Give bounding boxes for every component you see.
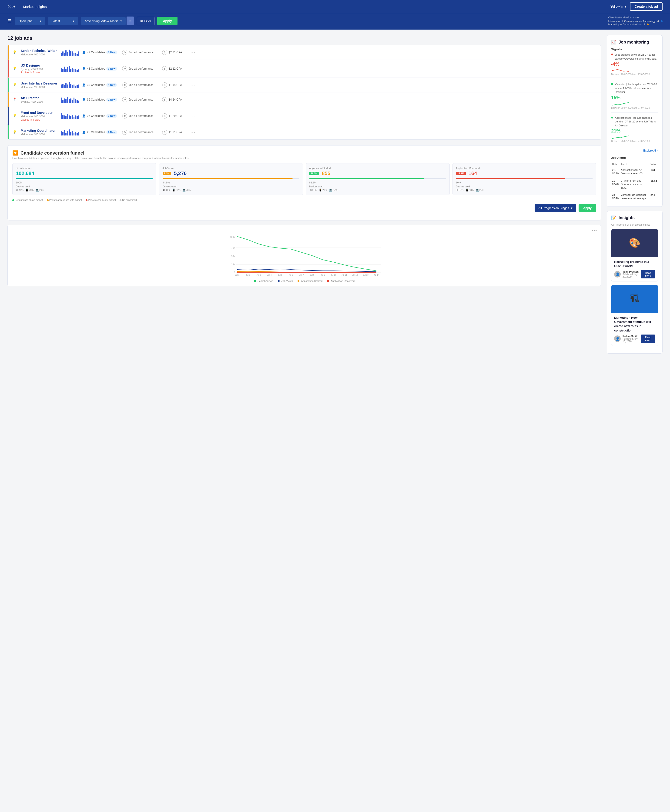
cpa-icon: $ <box>162 82 167 88</box>
job-row[interactable]: 💡Senior Technical Writer Melbourne, VIC … <box>8 45 601 60</box>
device-icon: 🖥 <box>309 189 312 192</box>
classification-dot-0 <box>661 20 663 22</box>
cpa-icon: $ <box>162 130 167 135</box>
job-candidates: 👤 36 Candidates 2 New <box>82 98 119 102</box>
read-more-button[interactable]: Read more <box>641 334 655 343</box>
performance-label: Job ad performance <box>129 83 154 86</box>
devices-label: Devices used <box>309 185 446 188</box>
alerts-label: Job Alerts <box>611 156 658 159</box>
funnel-title: 🔽 Candidate conversion funnel <box>12 150 596 156</box>
job-performance[interactable]: ↻ Job ad performance <box>122 97 159 102</box>
device-stat: 📱 39% <box>172 188 181 192</box>
funnel-percentage: 94.9% <box>162 181 299 184</box>
job-more-menu[interactable]: ··· <box>191 66 195 71</box>
job-more-menu[interactable]: ··· <box>191 114 195 119</box>
bar-segment <box>61 68 62 72</box>
job-performance[interactable]: ↻ Job ad performance <box>122 66 159 71</box>
funnel-progress-bar <box>16 178 153 179</box>
job-candidates: 👤 39 Candidates 1 New <box>82 83 119 87</box>
job-title[interactable]: Art Director <box>21 96 58 100</box>
device-stat: 📱 39% <box>25 188 34 192</box>
job-title[interactable]: Front-end Developer <box>21 111 58 115</box>
job-performance[interactable]: ↻ Job ad performance <box>122 114 159 119</box>
latest-dropdown[interactable]: Latest ▾ <box>48 17 78 25</box>
bar-segment <box>64 53 65 56</box>
explore-all-link[interactable]: Explore All › <box>611 149 658 152</box>
job-type-icon: 💡 <box>13 66 17 71</box>
job-candidates: 👤 43 Candidates 3 New <box>82 67 119 71</box>
candidates-count: 47 Candidates <box>87 51 105 54</box>
job-performance[interactable]: ↻ Job ad performance <box>122 82 159 88</box>
job-row[interactable]: 📍Art Director Sydney, NSW 2000 👤 36 Cand… <box>8 92 601 107</box>
bar-segment <box>75 99 76 103</box>
bar-segment <box>78 85 80 88</box>
read-more-button[interactable]: Read more <box>641 270 655 278</box>
job-info: User Interface Designer Melbourne, VIC 3… <box>21 81 58 88</box>
job-more-menu[interactable]: ··· <box>191 97 195 102</box>
device-icon: 💻 <box>329 188 332 192</box>
job-row[interactable]: 💡UX Designer Sydney, NSW 2000 Expires in… <box>8 60 601 78</box>
signal-type-dot <box>611 83 613 85</box>
job-title[interactable]: Senior Technical Writer <box>21 49 58 53</box>
job-row[interactable]: 💡Front-end Developer Melbourne, VIC 3000… <box>8 107 601 125</box>
job-accent-bar <box>8 78 8 92</box>
bar-segment <box>67 131 68 136</box>
device-stat: 💻 22% <box>329 188 337 192</box>
article-image: 🏗 <box>611 285 658 313</box>
job-location: Melbourne, VIC 3000 <box>21 115 58 118</box>
nav-market-insights[interactable]: Market Insights <box>23 5 47 8</box>
nav-right: Yellowfin ▾ Create a job ad <box>611 2 663 11</box>
job-info: UX Designer Sydney, NSW 2000 Expires in … <box>21 64 58 74</box>
org-name[interactable]: Yellowfin ▾ <box>611 5 626 8</box>
job-type-icon: 💡 <box>13 50 17 54</box>
article-author-row: 👤 Tony Prysten Published July 20, 2020 R… <box>614 270 655 278</box>
alert-date: 21-07-20 <box>612 167 620 177</box>
candidates-count: 43 Candidates <box>87 67 105 70</box>
job-title[interactable]: User Interface Designer <box>21 81 58 85</box>
funnel-percentage: 100% <box>16 181 153 184</box>
job-location: Sydney, NSW 2000 <box>21 100 58 103</box>
bar-segment <box>63 84 64 88</box>
signal-text: Jobs stepped down on 23-07-20 for catego… <box>611 53 658 61</box>
alert-row: 23-07-20 Views for UX designer below mar… <box>612 192 658 202</box>
nav-jobs[interactable]: Jobs <box>7 4 15 9</box>
job-performance[interactable]: ↻ Job ad performance <box>122 130 159 135</box>
funnel-value: 19.1%164 <box>456 170 593 176</box>
chart-more-icon[interactable]: ••• <box>12 229 597 233</box>
job-more-menu[interactable]: ··· <box>191 50 195 55</box>
funnel-badge: 16.2% <box>309 172 319 175</box>
bar-segment <box>61 85 62 88</box>
alerts-col-value: Value <box>650 162 658 166</box>
job-more-menu[interactable]: ··· <box>191 130 195 135</box>
hamburger-icon[interactable]: ☰ <box>7 19 11 24</box>
job-title[interactable]: UX Designer <box>21 64 58 67</box>
legend-label: No benchmark <box>122 199 137 202</box>
article-body: Recruiting creatives in a COVID world 👤 … <box>611 257 658 281</box>
bar-segment <box>78 115 80 119</box>
legend-dot <box>120 199 122 201</box>
open-jobs-dropdown[interactable]: Open jobs ▾ <box>15 17 45 25</box>
new-badge: 3 New <box>106 67 117 71</box>
alert-row: 21-07-20 Applications for Art Director a… <box>612 167 658 177</box>
bar-segment <box>75 132 76 136</box>
job-performance[interactable]: ↻ Job ad performance <box>122 50 159 55</box>
cpa-value: $4.24 CPA <box>169 98 182 101</box>
funnel-apply-button[interactable]: Apply <box>579 204 596 212</box>
job-row[interactable]: 💡User Interface Designer Melbourne, VIC … <box>8 78 601 92</box>
chart-legend-label: Job Views <box>281 280 293 282</box>
progression-stages-dropdown[interactable]: All Progression Stages ▾ <box>535 204 576 212</box>
chevron-down-icon: ▾ <box>73 19 74 23</box>
job-row[interactable]: 💡Marketing Coordinator Melbourne, VIC 30… <box>8 125 601 139</box>
create-job-ad-button[interactable]: Create a job ad <box>630 2 663 11</box>
new-badge: 2 New <box>106 98 117 102</box>
job-title[interactable]: Marketing Coordinator <box>21 129 58 132</box>
job-more-menu[interactable]: ··· <box>191 83 195 88</box>
bar-segment <box>64 85 65 88</box>
chart-legend-item: Application Received <box>327 280 355 282</box>
author-details: Robyn Smith Published July 15, 2020 <box>623 335 639 343</box>
bar-segment <box>70 84 71 88</box>
filter-button[interactable]: ⊞ Filter <box>137 17 154 25</box>
apply-filter-button[interactable]: Apply <box>157 17 178 25</box>
clear-category-button[interactable]: ✕ <box>127 17 134 25</box>
author-details: Tony Prysten Published July 20, 2020 <box>623 270 639 278</box>
